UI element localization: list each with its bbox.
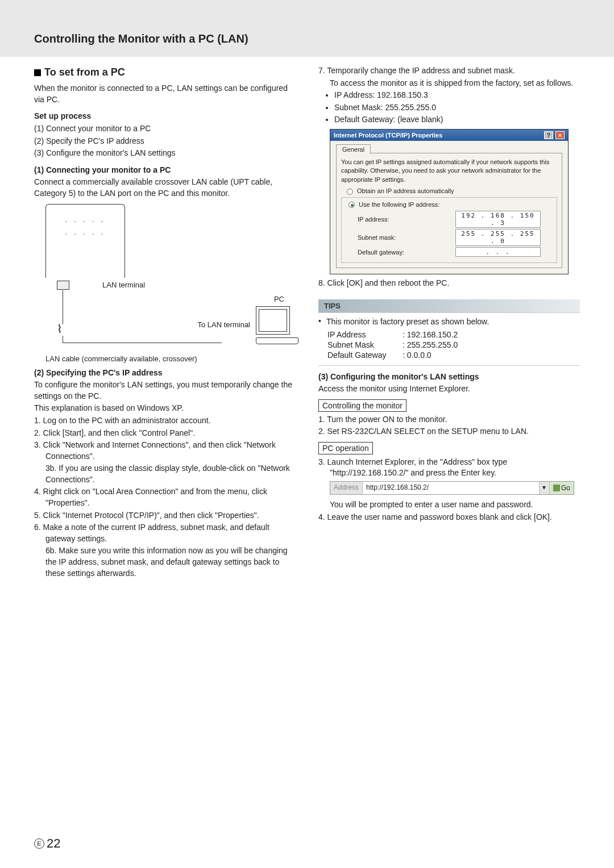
- sub2-intro2: This explanation is based on Windows XP.: [34, 403, 296, 414]
- lan-port-icon: [57, 281, 69, 290]
- sub2-intro1: To configure the monitor's LAN settings,…: [34, 379, 296, 402]
- setup-item-1: (1) Connect your monitor to a PC: [34, 123, 296, 135]
- box-pc-operation: PC operation: [318, 442, 373, 454]
- sub2-heading: (2) Specifying the PC's IP address: [34, 368, 296, 379]
- square-bullet-icon: [34, 69, 41, 76]
- box-controlling-monitor: Controlling the monitor: [318, 399, 406, 412]
- step-5: 5. Click "Internet Protocol (TCP/IP)", a…: [34, 510, 296, 521]
- dialog-title-text: Internet Protocol (TCP/IP) Properties: [334, 132, 442, 139]
- tips-heading: TIPS: [318, 299, 580, 312]
- label-to-lan-terminal: To LAN terminal: [198, 320, 250, 329]
- step-2: 2. Click [Start], and then click "Contro…: [34, 428, 296, 439]
- tab-general[interactable]: General: [336, 144, 371, 154]
- page-title: Controlling the Monitor with a PC (LAN): [34, 32, 248, 45]
- tcpip-properties-dialog: Internet Protocol (TCP/IP) Properties ? …: [330, 129, 569, 274]
- connection-diagram: ⌇ LAN terminal PC To LAN terminal LAN ca…: [34, 204, 296, 363]
- sub3-intro: Access the monitor using Internet Explor…: [318, 383, 580, 395]
- step-7b: To access the monitor as it is shipped f…: [318, 78, 580, 89]
- radio-manual-label: Use the following IP address:: [359, 201, 439, 208]
- label-pc: PC: [274, 295, 284, 303]
- step-4: 4. Right click on "Local Area Connection…: [34, 486, 296, 508]
- step-3b: 3b. If you are using the classic display…: [34, 463, 296, 485]
- step-6: 6. Make a note of the current IP address…: [34, 522, 296, 544]
- go-button[interactable]: Go: [549, 482, 574, 494]
- step-6b: 6b. Make sure you write this information…: [34, 545, 296, 579]
- monitor-icon: [45, 204, 125, 278]
- help-icon[interactable]: ?: [544, 131, 553, 139]
- preset-table: IP Address : 192.168.150.2 Subnet Mask :…: [326, 329, 459, 361]
- intro-text: When the monitor is connected to a PC, L…: [34, 83, 296, 105]
- dialog-desc: You can get IP settings assigned automat…: [341, 158, 557, 184]
- bullet-ip: IP Address: 192.168.150.3: [334, 90, 580, 101]
- tips-intro: This monitor is factory preset as shown …: [326, 316, 580, 328]
- ip-address-field[interactable]: 192 . 168 . 150 . 3: [455, 211, 541, 228]
- pc-icon: [256, 306, 290, 335]
- section-heading-set-from-pc: To set from a PC: [34, 65, 296, 80]
- label-lan-terminal: LAN terminal: [102, 281, 145, 289]
- ie-address-bar: Address http://192.168.150.2/ ▾ Go: [330, 481, 574, 495]
- ip-address-label: IP address:: [358, 216, 389, 223]
- sub3-heading: (3) Configuring the monitor's LAN settin…: [318, 372, 580, 383]
- step-1: 1. Log on to the PC with an administrato…: [34, 415, 296, 427]
- close-icon[interactable]: ×: [555, 131, 565, 139]
- sub1-heading: (1) Connecting your monitor to a PC: [34, 165, 296, 176]
- sub1-text: Connect a commercially available crossov…: [34, 177, 296, 199]
- step-7a: 7. Temporarily change the IP address and…: [318, 65, 580, 77]
- keyboard-icon: [256, 337, 298, 344]
- step-3: 3. Click "Network and Internet Connectio…: [34, 440, 296, 462]
- bullet-gateway: Default Gateway: (leave blank): [334, 114, 580, 126]
- radio-manual[interactable]: [349, 202, 355, 208]
- ctrl-step-1: 1. Turn the power ON to the monitor.: [318, 414, 580, 425]
- subnet-mask-field[interactable]: 255 . 255 . 255 . 0: [455, 229, 541, 246]
- setup-item-2: (2) Specify the PC's IP address: [34, 136, 296, 147]
- pc-op-prompt: You will be prompted to enter a user nam…: [318, 499, 580, 511]
- setup-process-heading: Set up process: [34, 111, 296, 122]
- address-label: Address: [330, 482, 363, 494]
- pc-op-step-3: 3. Launch Internet Explorer, in the "Add…: [318, 457, 580, 479]
- step-8: 8. Click [OK] and then reboot the PC.: [318, 278, 580, 289]
- subnet-mask-label: Subnet mask:: [358, 234, 396, 241]
- default-gateway-field[interactable]: . . .: [455, 247, 541, 257]
- ctrl-step-2: 2. Set RS-232C/LAN SELECT on the SETUP m…: [318, 426, 580, 437]
- default-gateway-label: Default gateway:: [358, 249, 404, 256]
- dropdown-icon[interactable]: ▾: [539, 482, 549, 494]
- bullet-subnet: Subnet Mask: 255.255.255.0: [334, 102, 580, 114]
- radio-auto[interactable]: [347, 189, 353, 195]
- address-input[interactable]: http://192.168.150.2/: [363, 482, 539, 494]
- cable-caption: LAN cable (commercially available, cross…: [45, 354, 197, 363]
- radio-auto-label: Obtain an IP address automatically: [357, 187, 454, 194]
- setup-item-3: (3) Configure the monitor's LAN settings: [34, 148, 296, 159]
- pc-op-step-4: 4. Leave the user name and password boxe…: [318, 512, 580, 523]
- go-arrow-icon: [553, 485, 560, 491]
- page-number: E 22: [34, 836, 60, 851]
